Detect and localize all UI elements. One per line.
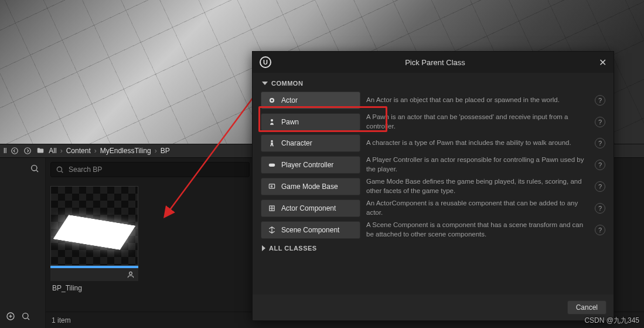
controller-icon: [267, 160, 277, 170]
svg-point-9: [57, 167, 62, 171]
class-label: Pawn: [281, 118, 299, 126]
add-icon[interactable]: [6, 312, 15, 323]
path-seg-myendless[interactable]: MyEndlessTiling: [100, 147, 151, 155]
asset-thumbnail: [50, 186, 138, 266]
class-desc: Game Mode Base defines the game being pl…: [366, 177, 589, 195]
svg-point-15: [271, 119, 273, 121]
gamemode-icon: [267, 182, 277, 191]
path-root-partial: ll: [4, 147, 6, 155]
class-option-scenecomponent[interactable]: Scene Component A Scene Component is a c…: [261, 221, 605, 239]
class-button[interactable]: Game Mode Base: [261, 178, 360, 195]
svg-point-19: [271, 185, 272, 187]
path-seg-all[interactable]: All: [49, 147, 56, 155]
class-desc: An Actor is an object that can be placed…: [366, 96, 589, 105]
chevron-right-icon: [262, 245, 265, 251]
class-desc: An ActorComponent is a reusable componen…: [366, 199, 589, 217]
svg-line-3: [36, 170, 38, 172]
class-label: Character: [281, 139, 312, 147]
svg-point-7: [23, 313, 28, 319]
asset-info-strip: [50, 268, 138, 281]
class-desc: A character is a type of Pawn that inclu…: [366, 138, 589, 148]
pick-parent-class-dialog: U Pick Parent Class ✕ COMMON Actor An Ac…: [252, 51, 614, 321]
help-icon[interactable]: ?: [595, 117, 605, 127]
actor-icon: [267, 96, 277, 105]
class-button[interactable]: Actor: [261, 92, 360, 109]
svg-point-11: [130, 272, 132, 275]
help-icon[interactable]: ?: [595, 225, 605, 235]
chevron-down-icon: [262, 82, 268, 85]
help-icon[interactable]: ?: [595, 95, 605, 106]
class-button[interactable]: Scene Component: [261, 221, 360, 239]
help-icon[interactable]: ?: [595, 160, 605, 170]
close-icon[interactable]: ✕: [599, 57, 606, 68]
class-label: Actor: [281, 96, 298, 104]
class-option-actorcomponent[interactable]: Actor Component An ActorComponent is a r…: [261, 199, 605, 217]
cancel-button[interactable]: Cancel: [567, 300, 606, 315]
class-option-playercontroller[interactable]: Player Controller A Player Controller is…: [261, 155, 605, 174]
nav-back-icon[interactable]: [10, 146, 19, 155]
asset-tile[interactable]: BP_Tiling: [50, 186, 138, 295]
dialog-title: Pick Parent Class: [271, 58, 599, 67]
class-desc: A Player Controller is an actor responsi…: [366, 155, 589, 174]
dialog-body: COMMON Actor An Actor is an object that …: [253, 73, 614, 295]
section-allclasses[interactable]: ALL CLASSES: [262, 245, 605, 252]
class-option-character[interactable]: Character A character is a type of Pawn …: [261, 134, 605, 152]
class-button[interactable]: Character: [261, 134, 360, 152]
asset-preview-plane: [53, 215, 136, 249]
class-label: Scene Component: [281, 226, 339, 234]
class-button[interactable]: Pawn: [261, 113, 360, 131]
path-seg-content[interactable]: Content: [66, 147, 91, 155]
folder-icon[interactable]: [36, 146, 45, 155]
search-icon: [56, 165, 64, 174]
svg-rect-17: [269, 163, 275, 166]
section-common-label: COMMON: [271, 80, 303, 87]
svg-point-2: [32, 165, 37, 171]
help-icon[interactable]: ?: [595, 138, 605, 148]
asset-name: BP_Tiling: [50, 281, 138, 295]
path-seg-bp[interactable]: BP: [161, 147, 170, 155]
dialog-footer: Cancel: [253, 295, 614, 320]
help-icon[interactable]: ?: [595, 181, 605, 192]
class-desc: A Pawn is an actor that can be 'possesse…: [366, 113, 589, 131]
nav-forward-icon[interactable]: [23, 146, 32, 155]
svg-point-1: [25, 148, 31, 154]
class-desc: A Scene Component is a component that ha…: [366, 221, 589, 239]
watermark-text: CSDN @九九345: [584, 316, 639, 326]
svg-line-10: [62, 171, 63, 173]
blueprint-user-icon: [127, 270, 135, 279]
character-icon: [267, 138, 277, 148]
class-label: Game Mode Base: [281, 182, 338, 191]
svg-point-14: [271, 99, 273, 102]
dialog-titlebar: U Pick Parent Class ✕: [253, 52, 614, 73]
unreal-logo-icon: U: [260, 56, 271, 68]
search-input[interactable]: Search BP: [50, 162, 250, 177]
chevron-right-icon: ›: [60, 147, 63, 155]
class-button[interactable]: Actor Component: [261, 199, 360, 217]
chevron-right-icon: ›: [155, 147, 157, 155]
search-icon[interactable]: [21, 312, 30, 323]
help-icon[interactable]: ?: [595, 203, 605, 214]
class-option-gamemode[interactable]: Game Mode Base Game Mode Base defines th…: [261, 177, 605, 195]
class-label: Actor Component: [281, 204, 336, 212]
class-option-pawn[interactable]: Pawn A Pawn is an actor that can be 'pos…: [261, 113, 605, 131]
section-all-label: ALL CLASSES: [269, 245, 317, 252]
search-icon[interactable]: [30, 164, 39, 175]
scenecomponent-icon: [267, 225, 277, 235]
pawn-icon: [267, 117, 277, 127]
class-option-actor[interactable]: Actor An Actor is an object that can be …: [261, 92, 605, 109]
chevron-right-icon: ›: [94, 147, 97, 155]
section-common[interactable]: COMMON: [262, 80, 605, 87]
component-icon: [267, 204, 277, 213]
svg-point-0: [12, 148, 18, 154]
class-button[interactable]: Player Controller: [261, 156, 360, 174]
content-browser-side: [0, 158, 46, 328]
item-count: 1 item: [52, 316, 71, 324]
svg-point-16: [271, 140, 273, 143]
class-label: Player Controller: [281, 161, 333, 169]
search-placeholder: Search BP: [69, 165, 102, 174]
svg-line-8: [28, 318, 29, 320]
